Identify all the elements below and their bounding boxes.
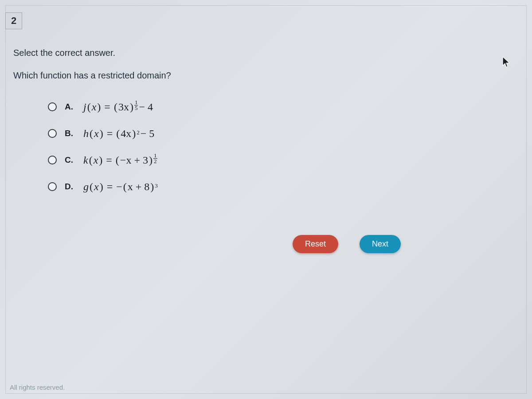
radio-icon[interactable] xyxy=(48,156,57,164)
option-b-expression: h(x) = (4x)2 − 5 xyxy=(83,128,154,140)
radio-icon[interactable] xyxy=(48,129,57,138)
option-letter: C. xyxy=(65,155,75,165)
reset-button[interactable]: Reset xyxy=(293,235,338,253)
next-button[interactable]: Next xyxy=(360,235,401,253)
option-a-expression: j(x) = (3x)15 − 4 xyxy=(83,101,153,113)
button-row: Reset Next xyxy=(293,235,401,253)
option-letter: B. xyxy=(65,129,75,138)
option-c[interactable]: C. k(x) = (−x + 3)12 xyxy=(48,151,519,169)
option-letter: A. xyxy=(65,102,75,112)
instruction-text: Select the correct answer. xyxy=(13,48,519,58)
option-a[interactable]: A. j(x) = (3x)15 − 4 xyxy=(48,98,519,116)
content-area: Select the correct answer. Which functio… xyxy=(13,48,519,204)
question-number: 2 xyxy=(11,15,16,27)
radio-icon[interactable] xyxy=(48,182,57,191)
option-d-expression: g(x) = −(x + 8)3 xyxy=(83,181,158,193)
option-b[interactable]: B. h(x) = (4x)2 − 5 xyxy=(48,124,519,143)
footer-copyright: All rights reserved. xyxy=(10,383,65,391)
option-letter: D. xyxy=(65,182,75,192)
question-number-badge: 2 xyxy=(5,12,22,29)
option-d[interactable]: D. g(x) = −(x + 8)3 xyxy=(48,177,519,196)
option-c-expression: k(x) = (−x + 3)12 xyxy=(83,154,157,166)
options-list: A. j(x) = (3x)15 − 4 B. h(x) = (4x)2 − 5… xyxy=(48,98,519,196)
radio-icon[interactable] xyxy=(48,102,57,111)
question-text: Which function has a restricted domain? xyxy=(13,70,519,81)
